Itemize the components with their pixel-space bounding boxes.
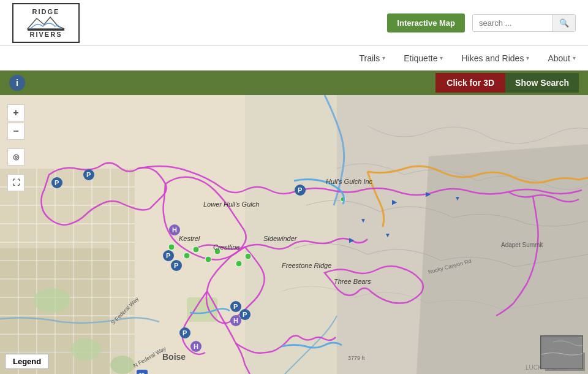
nav-etiquette[interactable]: Etiquette ▾: [404, 53, 443, 63]
info-icon: i: [16, 78, 18, 88]
svg-text:▶: ▶: [426, 191, 431, 197]
map-background: ▶ ▶ ▼ ▼ ▶ ▼ P P P P P P P P H H H: [0, 95, 588, 374]
svg-text:▼: ▼: [360, 217, 366, 224]
svg-point-26: [168, 244, 175, 250]
fullscreen-button[interactable]: ⛶: [7, 174, 24, 191]
svg-text:Sidewinder: Sidewinder: [263, 235, 298, 242]
svg-text:P: P: [183, 329, 187, 337]
nav-hikes-rides[interactable]: Hikes and Rides ▾: [461, 53, 529, 63]
header-right: Interactive Map 🔍: [387, 13, 576, 32]
svg-text:P: P: [55, 179, 59, 186]
svg-text:3779 ft: 3779 ft: [348, 355, 365, 361]
click-3d-button[interactable]: Click for 3D: [435, 73, 505, 93]
svg-text:▶: ▶: [349, 237, 355, 243]
svg-text:H: H: [233, 317, 238, 324]
svg-text:P: P: [233, 303, 238, 310]
logo-text-ridge: RIDGE: [32, 8, 60, 15]
svg-point-27: [184, 253, 190, 259]
svg-text:Kestrel: Kestrel: [179, 235, 200, 242]
logo: RIDGE RIVERS: [12, 3, 80, 43]
svg-text:Crestline: Crestline: [213, 243, 239, 251]
header: RIDGE RIVERS Interactive Map 🔍: [0, 0, 588, 46]
legend-button[interactable]: Legend: [5, 354, 49, 369]
svg-text:Three Bears: Three Bears: [334, 278, 371, 285]
map-thumbnail: [540, 335, 583, 369]
svg-text:P: P: [243, 311, 247, 318]
svg-text:P: P: [166, 252, 170, 259]
map-container[interactable]: ▶ ▶ ▼ ▼ ▶ ▼ P P P P P P P P H H H: [0, 95, 588, 374]
svg-point-29: [205, 256, 211, 262]
zoom-out-button[interactable]: −: [7, 123, 24, 140]
svg-text:30: 30: [138, 372, 145, 374]
svg-text:Freestone Ridge: Freestone Ridge: [282, 262, 331, 269]
logo-area: RIDGE RIVERS: [12, 3, 80, 43]
svg-text:P: P: [174, 262, 178, 269]
svg-text:P: P: [86, 171, 91, 178]
svg-point-24: [110, 356, 135, 374]
svg-text:P: P: [298, 186, 302, 194]
info-button[interactable]: i: [9, 75, 25, 91]
search-input[interactable]: [473, 15, 552, 31]
svg-text:Hull's Gulch Inc: Hull's Gulch Inc: [326, 178, 373, 185]
svg-text:▼: ▼: [385, 232, 391, 239]
svg-point-32: [245, 253, 251, 259]
logo-text-rivers: RIVERS: [30, 31, 62, 38]
top-bar: i Click for 3D Show Search: [0, 71, 588, 95]
navigation: Trails ▾ Etiquette ▾ Hikes and Rides ▾ A…: [0, 46, 588, 71]
svg-text:H: H: [194, 343, 198, 350]
show-search-button[interactable]: Show Search: [505, 73, 579, 93]
svg-point-28: [193, 246, 199, 253]
logo-graphic: [24, 15, 67, 31]
svg-point-31: [236, 261, 242, 267]
interactive-map-button[interactable]: Interactive Map: [387, 13, 465, 32]
svg-point-23: [70, 338, 101, 361]
svg-point-22: [34, 288, 70, 313]
svg-text:H: H: [172, 226, 177, 234]
map-controls: + − ◎ ⛶: [7, 104, 24, 191]
svg-text:Lower Hull's Gulch: Lower Hull's Gulch: [203, 200, 259, 208]
nav-about-label: About: [548, 53, 570, 63]
nav-hikes-label: Hikes and Rides: [461, 53, 524, 63]
nav-etiquette-arrow: ▾: [440, 55, 443, 61]
zoom-in-button[interactable]: +: [7, 104, 24, 121]
search-box: 🔍: [472, 14, 576, 32]
nav-hikes-arrow: ▾: [526, 55, 529, 61]
nav-etiquette-label: Etiquette: [404, 53, 437, 63]
nav-about[interactable]: About ▾: [548, 53, 576, 63]
compass-button[interactable]: ◎: [7, 148, 24, 166]
nav-trails-arrow: ▾: [382, 55, 385, 61]
nav-trails[interactable]: Trails ▾: [360, 53, 386, 63]
search-button[interactable]: 🔍: [552, 15, 575, 31]
svg-text:Boise: Boise: [162, 352, 186, 362]
nav-trails-label: Trails: [360, 53, 380, 63]
svg-marker-0: [28, 17, 64, 29]
svg-text:▼: ▼: [454, 195, 461, 202]
svg-text:Adapet Summit: Adapet Summit: [501, 242, 543, 248]
svg-text:▶: ▶: [392, 199, 398, 205]
nav-about-arrow: ▾: [573, 55, 576, 61]
